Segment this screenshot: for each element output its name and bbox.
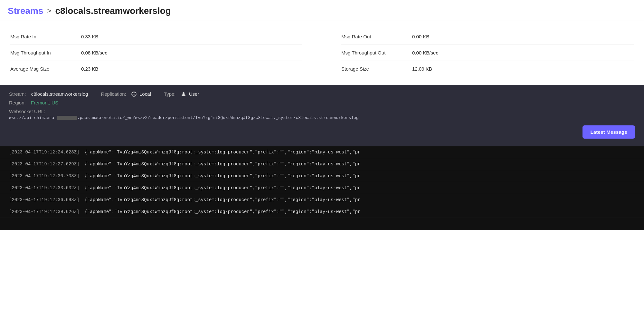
stat-msg-throughput-out: Msg Throughput Out 0.00 KB/sec	[341, 45, 634, 61]
log-content: {"appName":"TvuYzg4miSQuxtWmhzqJf8g:root…	[84, 209, 360, 214]
log-timestamp: [2023-04-17T19:12:39.626Z]	[9, 209, 79, 214]
stat-value-msg-throughput-out: 0.00 KB/sec	[412, 50, 438, 55]
info-top-row: Stream: c8locals.streamworkerslog Replic…	[9, 91, 635, 97]
log-content: {"appName":"TvuYzg4miSQuxtWmhzqJf8g:root…	[84, 173, 360, 179]
stat-msg-throughput-in: Msg Throughput In 0.08 KB/sec	[10, 45, 302, 61]
log-content: {"appName":"TvuYzg4miSQuxtWmhzqJf8g:root…	[84, 150, 360, 155]
stat-storage-size: Storage Size 12.09 KB	[341, 61, 634, 77]
log-timestamp: [2023-04-17T19:12:36.698Z]	[9, 197, 79, 202]
websocket-row: Websocket URL: wss://api-chimaera- .paas…	[9, 109, 635, 120]
region-info-item: Region: Fremont, US	[9, 100, 58, 105]
stat-label-avg-msg-size: Average Msg Size	[10, 66, 81, 72]
svg-point-3	[183, 92, 185, 94]
log-timestamp: [2023-04-17T19:12:24.628Z]	[9, 150, 79, 155]
log-content: {"appName":"TvuYzg4miSQuxtWmhzqJf8g:root…	[84, 185, 360, 191]
type-info-item: Type: User	[164, 91, 199, 97]
stat-label-storage-size: Storage Size	[341, 66, 412, 72]
stream-info-value: c8locals.streamworkerslog	[31, 91, 88, 97]
breadcrumb: Streams > c8locals.streamworkerslog	[0, 0, 644, 21]
info-section: Stream: c8locals.streamworkerslog Replic…	[0, 85, 644, 146]
log-timestamp: [2023-04-17T19:12:33.632Z]	[9, 185, 79, 191]
stat-msg-rate-out: Msg Rate Out 0.00 KB	[341, 29, 634, 45]
log-entry: [2023-04-17T19:12:30.703Z]{"appName":"Tv…	[0, 170, 644, 182]
stats-left-col: Msg Rate In 0.33 KB Msg Throughput In 0.…	[10, 29, 322, 77]
websocket-url-middle: .paas.macrometa.io/_ws/ws/v2/reader/pers…	[77, 115, 359, 120]
info-actions-row: Latest Message	[9, 125, 635, 139]
log-entry: [2023-04-17T19:12:36.698Z]{"appName":"Tv…	[0, 194, 644, 206]
stream-name-heading: c8locals.streamworkerslog	[55, 6, 171, 16]
replication-info-label: Replication:	[101, 91, 126, 97]
streams-link[interactable]: Streams	[8, 6, 43, 16]
log-content: {"appName":"TvuYzg4miSQuxtWmhzqJf8g:root…	[84, 162, 360, 167]
region-row: Region: Fremont, US	[9, 100, 635, 105]
replication-info-item: Replication: Local	[101, 91, 151, 97]
websocket-label: Websocket URL:	[9, 109, 635, 114]
stats-section: Msg Rate In 0.33 KB Msg Throughput In 0.…	[0, 21, 644, 85]
stat-value-msg-throughput-in: 0.08 KB/sec	[81, 50, 107, 55]
user-icon	[181, 92, 186, 97]
stream-info-label: Stream:	[9, 91, 26, 97]
log-timestamp: [2023-04-17T19:12:27.629Z]	[9, 162, 79, 167]
latest-message-button[interactable]: Latest Message	[582, 125, 635, 139]
log-content: {"appName":"TvuYzg4miSQuxtWmhzqJf8g:root…	[84, 197, 360, 202]
log-entry: [2023-04-17T19:12:33.632Z]{"appName":"Tv…	[0, 182, 644, 194]
type-info-label: Type:	[164, 91, 176, 97]
stat-label-msg-throughput-out: Msg Throughput Out	[341, 50, 412, 55]
log-entry: [2023-04-17T19:12:39.626Z]{"appName":"Tv…	[0, 206, 644, 218]
stat-value-msg-rate-in: 0.33 KB	[81, 34, 98, 39]
replication-info-value: Local	[139, 91, 151, 97]
stat-label-msg-throughput-in: Msg Throughput In	[10, 50, 81, 55]
stat-avg-msg-size: Average Msg Size 0.23 KB	[10, 61, 302, 77]
globe-icon	[131, 92, 137, 97]
websocket-url: wss://api-chimaera- .paas.macrometa.io/_…	[9, 115, 635, 120]
websocket-redacted	[57, 116, 77, 120]
stream-info-item: Stream: c8locals.streamworkerslog	[9, 91, 88, 97]
stat-label-msg-rate-in: Msg Rate In	[10, 34, 81, 39]
log-section: [2023-04-17T19:12:24.628Z]{"appName":"Tv…	[0, 146, 644, 230]
stat-value-msg-rate-out: 0.00 KB	[412, 34, 429, 39]
type-info-value: User	[189, 91, 199, 97]
stats-right-col: Msg Rate Out 0.00 KB Msg Throughput Out …	[322, 29, 634, 77]
log-entry: [2023-04-17T19:12:27.629Z]{"appName":"Tv…	[0, 158, 644, 170]
websocket-url-prefix: wss://api-chimaera-	[9, 115, 57, 120]
region-info-label: Region:	[9, 100, 26, 105]
log-entry: [2023-04-17T19:12:24.628Z]{"appName":"Tv…	[0, 146, 644, 158]
stat-label-msg-rate-out: Msg Rate Out	[341, 34, 412, 39]
breadcrumb-separator: >	[47, 7, 52, 15]
stat-msg-rate-in: Msg Rate In 0.33 KB	[10, 29, 302, 45]
log-timestamp: [2023-04-17T19:12:30.703Z]	[9, 173, 79, 179]
stat-value-avg-msg-size: 0.23 KB	[81, 66, 98, 72]
region-info-value: Fremont, US	[31, 100, 58, 105]
stat-value-storage-size: 12.09 KB	[412, 66, 432, 72]
